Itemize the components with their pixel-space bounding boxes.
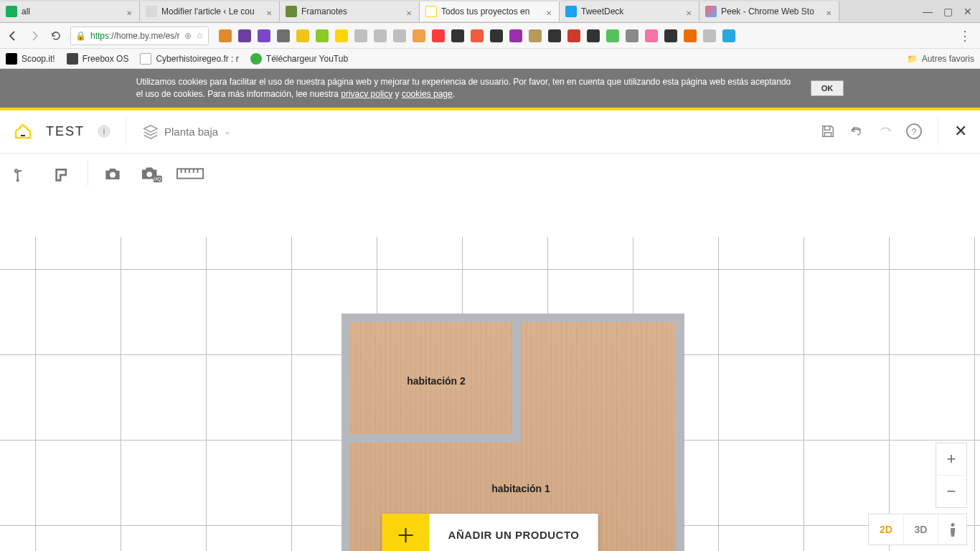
reload-button[interactable] bbox=[49, 29, 63, 43]
window-close-icon[interactable]: ✕ bbox=[963, 6, 973, 17]
floor-selector[interactable]: Planta baja ⌄ bbox=[143, 123, 231, 139]
extension-icon[interactable] bbox=[626, 29, 639, 42]
browser-tab-strip: all Modifier l'article ‹ Le cou Framanot… bbox=[0, 0, 980, 23]
close-icon[interactable]: ✕ bbox=[954, 122, 967, 141]
window-maximize-icon[interactable]: ▢ bbox=[943, 6, 953, 17]
add-product-label: AÑADIR UN PRODUCTO bbox=[430, 514, 598, 551]
room-label-1: habitación 1 bbox=[491, 483, 550, 494]
forward-button[interactable] bbox=[27, 29, 42, 43]
bookmark-item[interactable]: Téléchargeur YouTub bbox=[250, 53, 348, 65]
extension-icons bbox=[216, 29, 949, 42]
extension-icon[interactable] bbox=[238, 29, 251, 42]
browser-tab[interactable]: Peek - Chrome Web Sto bbox=[699, 1, 839, 22]
star-icon[interactable]: ☆ bbox=[196, 31, 204, 41]
zoom-in-button[interactable]: + bbox=[936, 443, 966, 475]
extension-icon[interactable] bbox=[413, 29, 425, 42]
address-bar[interactable]: 🔒 https://home.by.me/es/r ⊕ ☆ bbox=[70, 27, 209, 45]
cookie-ok-button[interactable]: OK bbox=[811, 80, 844, 96]
close-icon[interactable] bbox=[686, 8, 693, 15]
extension-icon[interactable] bbox=[490, 29, 503, 42]
extension-icon[interactable] bbox=[393, 29, 406, 42]
extension-icon[interactable] bbox=[567, 29, 580, 42]
extension-icon[interactable] bbox=[587, 29, 600, 42]
other-bookmarks[interactable]: 📁Autres favoris bbox=[907, 54, 974, 64]
close-icon[interactable] bbox=[826, 8, 833, 15]
chevron-down-icon: ⌄ bbox=[224, 126, 231, 136]
project-title: TEST bbox=[46, 124, 85, 139]
person-icon bbox=[948, 522, 958, 537]
help-icon[interactable]: ? bbox=[906, 123, 922, 139]
window-minimize-icon[interactable]: — bbox=[923, 6, 933, 17]
extension-icon[interactable] bbox=[296, 29, 309, 42]
extension-icon[interactable] bbox=[548, 29, 561, 42]
camera-icon[interactable] bbox=[98, 159, 127, 188]
redo-icon[interactable] bbox=[877, 123, 893, 139]
close-icon[interactable] bbox=[266, 8, 273, 15]
bookmark-item[interactable]: Scoop.it! bbox=[6, 53, 55, 65]
extension-icon[interactable] bbox=[703, 29, 716, 42]
back-button[interactable] bbox=[6, 29, 20, 43]
browser-tab[interactable]: TweetDeck bbox=[560, 1, 699, 22]
plus-icon bbox=[382, 514, 430, 551]
bookmark-item[interactable]: Freebox OS bbox=[67, 53, 129, 65]
extension-icon[interactable] bbox=[606, 29, 619, 42]
cookie-text: Utilizamos cookies para facilitar el uso… bbox=[136, 77, 791, 99]
camera-hq-icon[interactable]: HQ bbox=[137, 159, 166, 188]
view-2d-button[interactable]: 2D bbox=[869, 514, 903, 545]
extension-icon[interactable] bbox=[354, 29, 367, 42]
extension-icon[interactable] bbox=[664, 29, 677, 42]
floor-label: Planta baja bbox=[164, 126, 218, 138]
svg-rect-0 bbox=[21, 135, 25, 136]
cookies-link[interactable]: cookies page bbox=[402, 89, 453, 99]
extension-icon[interactable] bbox=[219, 29, 232, 42]
browser-tab[interactable]: Framanotes bbox=[280, 1, 420, 22]
view-walkthrough-button[interactable] bbox=[938, 514, 966, 545]
svg-point-3 bbox=[146, 171, 151, 176]
room-label-2: habitación 2 bbox=[407, 375, 466, 387]
browser-tab[interactable]: Modifier l'article ‹ Le cou bbox=[140, 1, 280, 22]
privacy-link[interactable]: privacy policy bbox=[341, 89, 392, 99]
extension-icon[interactable] bbox=[316, 29, 329, 42]
extension-icon[interactable] bbox=[432, 29, 445, 42]
extension-icon[interactable] bbox=[684, 29, 697, 42]
svg-point-2 bbox=[110, 171, 116, 177]
svg-text:HQ: HQ bbox=[154, 176, 161, 182]
lock-icon: 🔒 bbox=[75, 31, 86, 41]
extension-icon[interactable] bbox=[471, 29, 484, 42]
undo-icon[interactable] bbox=[849, 123, 864, 139]
save-icon[interactable] bbox=[820, 123, 836, 139]
translate-icon[interactable]: ⊕ bbox=[184, 31, 192, 41]
extension-icon[interactable] bbox=[645, 29, 658, 42]
extension-icon[interactable] bbox=[529, 29, 542, 42]
zoom-out-button[interactable]: − bbox=[936, 476, 966, 507]
extension-icon[interactable] bbox=[509, 29, 522, 42]
browser-menu-button[interactable]: ⋮ bbox=[956, 28, 974, 44]
bookmark-item[interactable]: Cyberhistoiregeo.fr : r bbox=[140, 53, 238, 65]
extension-icon[interactable] bbox=[722, 29, 735, 42]
close-icon[interactable] bbox=[546, 8, 553, 15]
home-logo-icon[interactable] bbox=[13, 121, 33, 141]
close-icon[interactable] bbox=[126, 8, 133, 15]
draw-room-tool-icon[interactable] bbox=[49, 159, 77, 188]
draw-wall-tool-icon[interactable] bbox=[10, 159, 39, 188]
layers-icon bbox=[143, 123, 159, 139]
svg-point-7 bbox=[951, 523, 954, 527]
info-icon[interactable]: i bbox=[98, 125, 110, 138]
folder-icon: 📁 bbox=[907, 54, 918, 64]
extension-icon[interactable] bbox=[451, 29, 464, 42]
new-tab-button[interactable] bbox=[839, 1, 861, 22]
ruler-icon[interactable] bbox=[176, 159, 204, 188]
browser-tab[interactable]: all bbox=[0, 1, 140, 22]
add-product-button[interactable]: AÑADIR UN PRODUCTO bbox=[382, 514, 598, 551]
view-3d-button[interactable]: 3D bbox=[903, 514, 938, 545]
cookie-banner: Utilizamos cookies para facilitar el uso… bbox=[0, 69, 980, 108]
close-icon[interactable] bbox=[406, 8, 413, 15]
svg-point-1 bbox=[17, 179, 19, 182]
extension-icon[interactable] bbox=[335, 29, 348, 42]
extension-icon[interactable] bbox=[277, 29, 290, 42]
extension-icon[interactable] bbox=[258, 29, 270, 42]
extension-icon[interactable] bbox=[374, 29, 387, 42]
browser-tab[interactable]: Todos tus proyectos en bbox=[420, 1, 560, 22]
